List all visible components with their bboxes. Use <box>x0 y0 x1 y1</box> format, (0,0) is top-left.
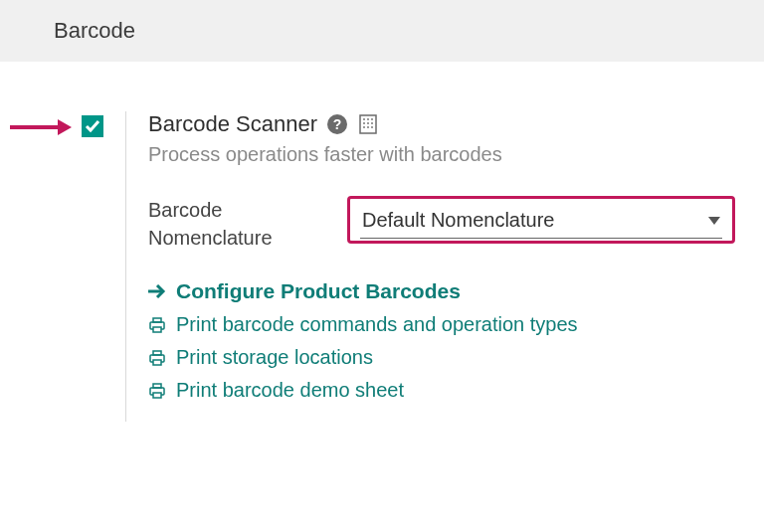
print-commands-link[interactable]: Print barcode commands and operation typ… <box>148 313 735 336</box>
separator-line <box>125 111 126 422</box>
setting-title-row: Barcode Scanner ? <box>148 111 735 137</box>
setting-row: Barcode Scanner ? Process operations fas… <box>82 111 764 422</box>
content-area: Barcode Scanner ? Process operations fas… <box>0 62 764 422</box>
print-demo-link[interactable]: Print barcode demo sheet <box>148 379 735 402</box>
setting-title: Barcode Scanner <box>148 111 317 137</box>
annotation-arrow-icon <box>10 119 72 135</box>
nomenclature-label: Barcode Nomenclature <box>148 196 307 252</box>
arrow-right-icon <box>148 284 166 298</box>
configure-barcodes-label: Configure Product Barcodes <box>176 279 461 303</box>
configure-barcodes-link[interactable]: Configure Product Barcodes <box>148 279 735 303</box>
barcode-scanner-checkbox[interactable] <box>82 115 103 137</box>
field-row: Barcode Nomenclature Default Nomenclatur… <box>148 196 735 252</box>
svg-point-3 <box>363 118 365 120</box>
setting-description: Process operations faster with barcodes <box>148 143 735 166</box>
nomenclature-dropdown[interactable]: Default Nomenclature <box>360 207 722 239</box>
highlight-box: Default Nomenclature <box>347 196 735 244</box>
section-title: Barcode <box>54 18 135 43</box>
svg-rect-18 <box>153 360 161 365</box>
svg-point-10 <box>367 126 369 128</box>
svg-point-5 <box>371 118 373 120</box>
svg-point-4 <box>367 118 369 120</box>
chevron-down-icon <box>708 217 720 225</box>
svg-point-9 <box>363 126 365 128</box>
section-header: Barcode <box>0 0 764 62</box>
svg-rect-15 <box>153 327 161 332</box>
check-icon <box>84 117 101 135</box>
svg-point-8 <box>371 122 373 124</box>
links-block: Configure Product Barcodes Print barcode… <box>148 279 735 402</box>
print-commands-label: Print barcode commands and operation typ… <box>176 313 578 336</box>
svg-marker-1 <box>58 119 72 135</box>
print-locations-label: Print storage locations <box>176 346 373 369</box>
printer-icon <box>148 349 166 367</box>
print-locations-link[interactable]: Print storage locations <box>148 346 735 369</box>
printer-icon <box>148 316 166 334</box>
printer-icon <box>148 382 166 400</box>
svg-point-6 <box>363 122 365 124</box>
nomenclature-value: Default Nomenclature <box>362 209 554 232</box>
svg-point-11 <box>371 126 373 128</box>
svg-rect-2 <box>360 115 376 133</box>
print-demo-label: Print barcode demo sheet <box>176 379 404 402</box>
building-icon[interactable] <box>357 113 379 135</box>
setting-body: Barcode Scanner ? Process operations fas… <box>148 111 735 422</box>
svg-point-7 <box>367 122 369 124</box>
help-icon[interactable]: ? <box>327 114 347 134</box>
svg-rect-21 <box>153 393 161 398</box>
